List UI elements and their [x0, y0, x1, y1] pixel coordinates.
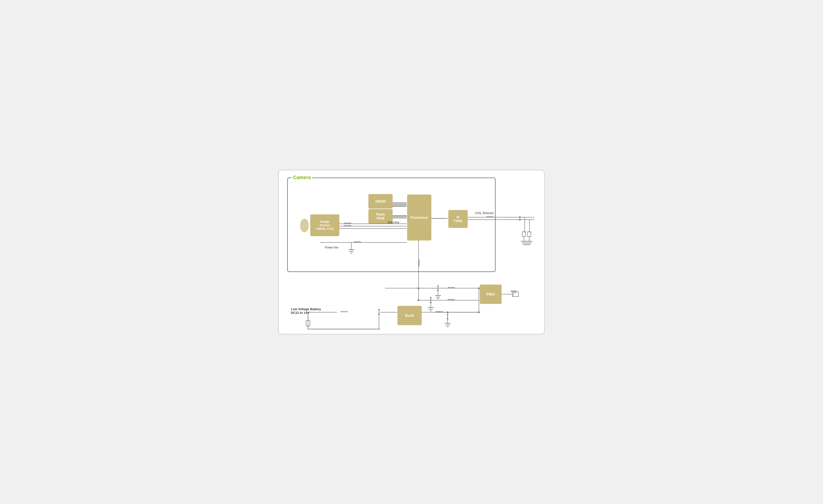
svg-rect-56 [306, 321, 310, 326]
svg-point-74 [478, 287, 480, 289]
camera-label: Camera [292, 175, 312, 180]
svg-point-75 [478, 311, 480, 313]
svg-point-65 [447, 311, 448, 313]
outer-card: Camera [278, 170, 545, 334]
svg-point-21 [519, 219, 520, 220]
buck-block: Buck [397, 306, 422, 325]
image-sensor-block: Image Sensor CMOS, CCD [310, 214, 339, 236]
svg-rect-24 [522, 232, 526, 236]
processor-block: Processor [407, 195, 431, 241]
svg-point-77 [418, 299, 419, 301]
ntc-label: NTC [511, 290, 517, 293]
svg-point-20 [519, 216, 520, 218]
low-voltage-battery-label: Low Voltage Battery DC12 to 14V [291, 307, 321, 314]
if-txrx-block: IF Tx/Rx [448, 210, 468, 228]
lens-oval [300, 219, 309, 232]
can-ethernet-label: CAN, Ethernet [475, 212, 494, 215]
data-line-label: Data line [388, 221, 399, 224]
svg-rect-25 [527, 232, 531, 236]
power-line-label: Power line [325, 246, 338, 249]
pmic-block: PMIC [480, 285, 502, 304]
svg-point-76 [418, 287, 419, 289]
dram-block: DRAM [368, 194, 392, 209]
